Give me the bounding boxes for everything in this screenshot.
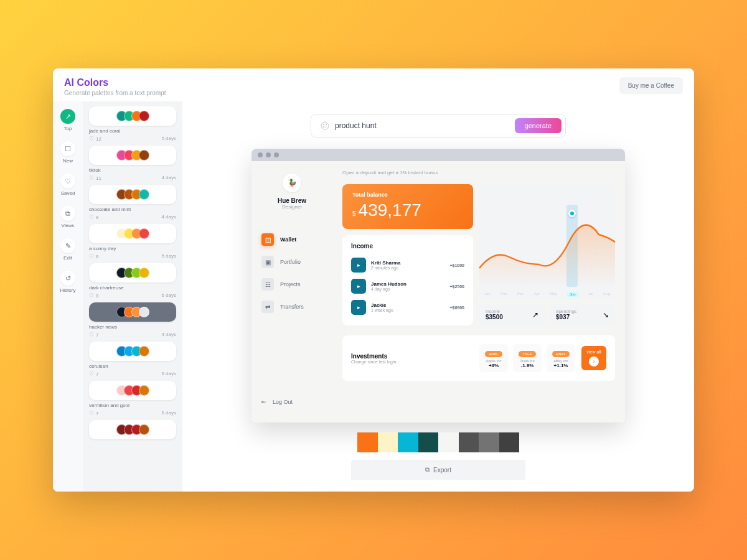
- heart-icon: ♡: [89, 332, 94, 338]
- strip-swatch[interactable]: [438, 432, 459, 452]
- swatch: [139, 346, 149, 357]
- balance-currency: $: [352, 210, 356, 217]
- prompt-input[interactable]: [335, 121, 510, 130]
- palette-name: cerulean: [89, 363, 176, 369]
- investments-subtitle: Change since last login: [351, 360, 396, 364]
- strip-swatch[interactable]: [398, 432, 418, 452]
- menu-item-wallet[interactable]: ◫Wallet: [258, 228, 326, 251]
- preview-window: 🦆 Hue Brew Designer ◫Wallet▣Portfolio☷Pr…: [251, 149, 625, 422]
- strip-swatch[interactable]: [479, 432, 499, 452]
- prompt-bar: generate: [311, 114, 566, 138]
- strip-swatch[interactable]: [378, 432, 398, 452]
- svg-point-1: [323, 124, 324, 125]
- palette-item[interactable]: tiktok♡ 114 days: [89, 146, 176, 181]
- palette-name: vermilion and gold: [89, 403, 176, 408]
- palette-likes: ♡ 7: [89, 371, 98, 377]
- buy-coffee-button[interactable]: Buy me a Coffee: [619, 77, 683, 94]
- nav-item-saved[interactable]: ♡Saved: [55, 171, 80, 198]
- trend-up-icon: ↗: [532, 310, 538, 319]
- heart-icon: ♡: [89, 175, 94, 181]
- palette-age: 4 days: [161, 175, 176, 181]
- export-button[interactable]: ⧉ Export: [351, 460, 525, 480]
- nav-item-new[interactable]: ☐New: [55, 139, 80, 166]
- nav-item-top[interactable]: ↗Top: [55, 106, 80, 134]
- ticker-badge: EBAY: [552, 351, 570, 357]
- palette-list[interactable]: jade and coral♡ 125 daystiktok♡ 114 days…: [83, 101, 182, 492]
- palette-name: a sunny day: [89, 246, 176, 251]
- investment-item: TSLATesla inc-1.9%: [513, 344, 542, 372]
- heart-icon: ♡: [89, 410, 94, 416]
- nav-label: Saved: [61, 190, 75, 196]
- palette-item[interactable]: hacker news♡ 74 days: [89, 302, 176, 338]
- traffic-max-icon: [274, 152, 279, 157]
- generate-button[interactable]: generate: [515, 118, 561, 133]
- palette-swatches[interactable]: [89, 185, 176, 204]
- chevron-right-icon: ›: [589, 357, 599, 366]
- investments-card: Investments Change since last login APPL…: [342, 335, 615, 381]
- palette-age: 4 days: [161, 332, 176, 338]
- palette-item[interactable]: a sunny day♡ 85 days: [89, 224, 176, 259]
- palette-item[interactable]: vermilion and gold♡ 76 days: [89, 381, 176, 416]
- user-name: Hue Brew: [258, 197, 326, 204]
- avatar: 🦆: [283, 174, 301, 192]
- menu-item-portfolio[interactable]: ▣Portfolio: [258, 251, 326, 273]
- stat-box-spendings: Spendings$937↘: [550, 304, 615, 325]
- nav-label: New: [63, 158, 73, 164]
- menu-item-transfers[interactable]: ⇄Transfers: [258, 296, 326, 318]
- ticker-badge: APPL: [485, 351, 502, 357]
- promo-text: Open a deposit and get a 1% instant bonu…: [342, 170, 615, 175]
- income-name: Jackie: [371, 302, 444, 308]
- palette-item[interactable]: jade and coral♡ 125 days: [89, 106, 176, 142]
- logout-label: Log Out: [273, 399, 293, 405]
- nav-label: Edit: [63, 255, 72, 261]
- investments-title: Investments: [351, 353, 396, 360]
- change-value: +1.1%: [552, 363, 570, 368]
- palette-swatches[interactable]: [89, 342, 176, 361]
- palette-age: 6 days: [161, 371, 176, 377]
- app-container: AI Colors Generate palettes from a text …: [53, 68, 694, 492]
- image-icon: ▣: [261, 256, 274, 268]
- palette-likes: ♡ 7: [89, 410, 98, 416]
- strip-swatch[interactable]: [357, 432, 378, 452]
- strip-swatch[interactable]: [499, 432, 520, 452]
- menu-label: Wallet: [280, 236, 296, 243]
- nav-item-history[interactable]: ↺History: [55, 268, 80, 296]
- palette-item[interactable]: dark chartreuse♡ 86 days: [89, 263, 176, 299]
- palette-likes: ♡ 8: [89, 292, 98, 299]
- income-time: 4 day ago: [371, 287, 444, 291]
- palette-swatches[interactable]: [89, 302, 176, 322]
- menu-item-projects[interactable]: ☷Projects: [258, 273, 326, 296]
- chart-month-label: Apr: [534, 292, 540, 297]
- palette-swatches[interactable]: [89, 146, 176, 165]
- palette-swatches[interactable]: [89, 263, 176, 282]
- change-value: -1.9%: [518, 363, 537, 368]
- palette-item[interactable]: cerulean♡ 76 days: [89, 342, 176, 377]
- swatch: [139, 111, 149, 121]
- heart-icon: ♡: [89, 253, 94, 259]
- palette-item[interactable]: [89, 420, 176, 439]
- palette-likes: ♡ 12: [89, 136, 101, 142]
- palette-swatches[interactable]: [89, 381, 176, 400]
- strip-swatch[interactable]: [418, 432, 439, 452]
- strip-swatch[interactable]: [459, 432, 479, 452]
- nav-item-views[interactable]: ⧉Views: [55, 203, 80, 231]
- nav-item-edit[interactable]: ✎Edit: [55, 236, 80, 263]
- balance-label: Total balance: [352, 192, 463, 198]
- palette-swatches[interactable]: [89, 420, 176, 439]
- view-all-button[interactable]: view all ›: [581, 346, 606, 370]
- copy-icon: ⧉: [425, 466, 430, 474]
- palette-age: 6 days: [161, 292, 176, 299]
- heart-icon: ♡: [60, 174, 75, 189]
- chart-month-label: Jul: [588, 292, 593, 297]
- income-item: ▸Kriti Sharma2 minutes ago+$1000: [351, 254, 464, 276]
- person-avatar-icon: ▸: [351, 300, 366, 315]
- palette-swatches[interactable]: [89, 224, 176, 243]
- logout-button[interactable]: ⇤ Log Out: [258, 394, 326, 410]
- palette-item[interactable]: chocolate and mint♡ 84 days: [89, 185, 176, 220]
- export-label: Export: [433, 467, 451, 474]
- swatch: [139, 385, 149, 396]
- palette-likes: ♡ 7: [89, 332, 98, 338]
- palette-swatches[interactable]: [89, 106, 176, 126]
- chart-month-label: May: [550, 292, 557, 297]
- person-avatar-icon: ▸: [351, 279, 366, 294]
